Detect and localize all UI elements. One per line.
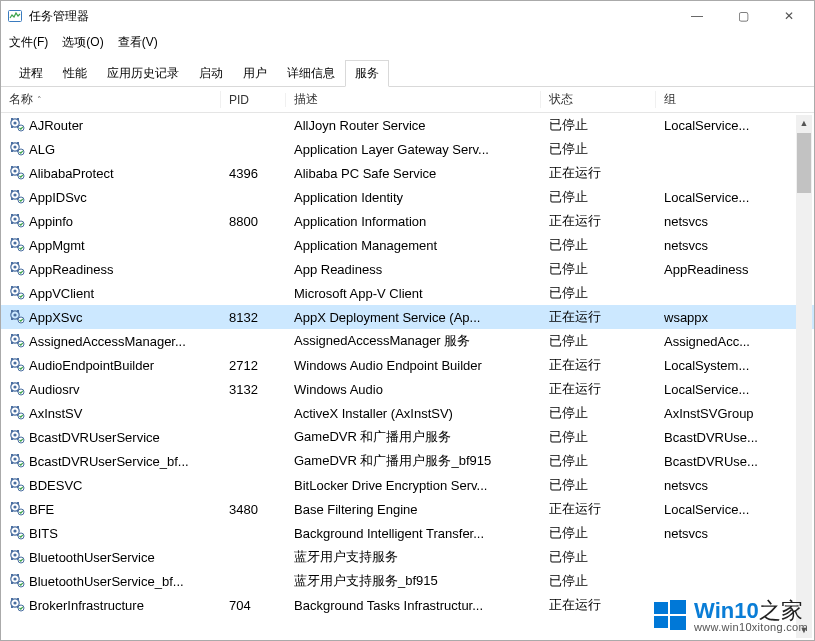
cell-status: 已停止 [541, 476, 656, 494]
service-name: AudioEndpointBuilder [29, 358, 154, 373]
table-row[interactable]: AJRouterAllJoyn Router Service已停止LocalSe… [1, 113, 814, 137]
service-name: AxInstSV [29, 406, 82, 421]
cell-name: BcastDVRUserService [1, 428, 221, 447]
table-row[interactable]: BFE3480Base Filtering Engine正在运行LocalSer… [1, 497, 814, 521]
svg-point-9 [13, 145, 16, 148]
service-icon [9, 164, 25, 183]
minimize-button[interactable]: — [674, 1, 720, 31]
table-row[interactable]: Appinfo8800Application Information正在运行ne… [1, 209, 814, 233]
column-header-group[interactable]: 组 [656, 91, 786, 108]
table-row[interactable]: BrokerInfrastructure704Background Tasks … [1, 593, 814, 617]
svg-rect-145 [11, 606, 13, 608]
table-row[interactable]: AppMgmtApplication Management已停止netsvcs [1, 233, 814, 257]
tab-6[interactable]: 服务 [345, 60, 389, 87]
table-row[interactable]: BcastDVRUserService_bf...GameDVR 和广播用户服务… [1, 449, 814, 473]
svg-rect-143 [11, 598, 13, 600]
svg-point-58 [13, 313, 16, 316]
column-header-description[interactable]: 描述 [286, 91, 541, 108]
svg-rect-137 [17, 574, 19, 576]
table-row[interactable]: BITSBackground Intelligent Transfer...已停… [1, 521, 814, 545]
cell-description: Application Identity [286, 190, 541, 205]
table-row[interactable]: ALGApplication Layer Gateway Serv...已停止 [1, 137, 814, 161]
cell-name: AudioEndpointBuilder [1, 356, 221, 375]
table-row[interactable]: AppXSvc8132AppX Deployment Service (Ap..… [1, 305, 814, 329]
table-row[interactable]: AppIDSvcApplication Identity已停止LocalServ… [1, 185, 814, 209]
menu-view[interactable]: 查看(V) [118, 34, 158, 51]
svg-rect-108 [11, 478, 13, 480]
cell-name: BluetoothUserService [1, 548, 221, 567]
menu-options[interactable]: 选项(O) [62, 34, 103, 51]
column-header-name[interactable]: 名称 ˄ [1, 91, 221, 108]
vertical-scrollbar[interactable]: ▲ ▼ [796, 115, 812, 638]
column-header-status[interactable]: 状态 [541, 91, 656, 108]
table-row[interactable]: AssignedAccessManager...AssignedAccessMa… [1, 329, 814, 353]
svg-point-49 [18, 269, 24, 275]
cell-group: BcastDVRUse... [656, 430, 786, 445]
svg-point-105 [18, 461, 24, 467]
svg-rect-102 [17, 454, 19, 456]
svg-rect-40 [11, 246, 13, 248]
cell-group: netsvcs [656, 214, 786, 229]
service-name: BcastDVRUserService [29, 430, 160, 445]
svg-rect-46 [17, 262, 19, 264]
svg-point-7 [18, 125, 24, 131]
menu-file[interactable]: 文件(F) [9, 34, 48, 51]
table-row[interactable]: AppReadinessApp Readiness已停止AppReadiness [1, 257, 814, 281]
tab-4[interactable]: 用户 [233, 60, 277, 87]
scroll-thumb[interactable] [797, 133, 811, 193]
table-row[interactable]: AppVClientMicrosoft App-V Client已停止 [1, 281, 814, 305]
svg-rect-54 [11, 294, 13, 296]
cell-description: 蓝牙用户支持服务_bf915 [286, 572, 541, 590]
svg-rect-131 [11, 558, 13, 560]
cell-description: Application Management [286, 238, 541, 253]
tab-1[interactable]: 性能 [53, 60, 97, 87]
table-row[interactable]: BluetoothUserService_bf...蓝牙用户支持服务_bf915… [1, 569, 814, 593]
cell-status: 已停止 [541, 548, 656, 566]
titlebar[interactable]: 任务管理器 — ▢ ✕ [1, 1, 814, 31]
table-row[interactable]: BluetoothUserService蓝牙用户支持服务已停止 [1, 545, 814, 569]
task-manager-icon [7, 8, 23, 24]
table-row[interactable]: AudioEndpointBuilder2712Windows Audio En… [1, 353, 814, 377]
table-row[interactable]: AlibabaProtect4396Alibaba PC Safe Servic… [1, 161, 814, 185]
table-row[interactable]: BcastDVRUserServiceGameDVR 和广播用户服务已停止Bca… [1, 425, 814, 449]
cell-name: AJRouter [1, 116, 221, 135]
table-row[interactable]: BDESVCBitLocker Drive Encryption Serv...… [1, 473, 814, 497]
cell-group: LocalService... [656, 190, 786, 205]
service-name: AlibabaProtect [29, 166, 114, 181]
cell-group: BcastDVRUse... [656, 454, 786, 469]
scroll-up-button[interactable]: ▲ [796, 115, 812, 131]
svg-rect-75 [11, 366, 13, 368]
tab-2[interactable]: 应用历史记录 [97, 60, 189, 87]
window-title: 任务管理器 [29, 8, 89, 25]
cell-status: 已停止 [541, 236, 656, 254]
maximize-button[interactable]: ▢ [720, 1, 766, 31]
svg-point-126 [18, 533, 24, 539]
cell-name: BcastDVRUserService_bf... [1, 452, 221, 471]
tab-3[interactable]: 启动 [189, 60, 233, 87]
cell-description: App Readiness [286, 262, 541, 277]
service-icon [9, 548, 25, 567]
cell-status: 正在运行 [541, 308, 656, 326]
menubar: 文件(F) 选项(O) 查看(V) [1, 31, 814, 53]
table-row[interactable]: AxInstSVActiveX Installer (AxInstSV)已停止A… [1, 401, 814, 425]
svg-rect-124 [11, 534, 13, 536]
cell-pid: 3132 [221, 382, 286, 397]
cell-group: AssignedAcc... [656, 334, 786, 349]
scroll-down-button[interactable]: ▼ [796, 622, 812, 638]
svg-rect-12 [11, 150, 13, 152]
cell-description: Windows Audio [286, 382, 541, 397]
svg-rect-53 [17, 286, 19, 288]
task-manager-window: 任务管理器 — ▢ ✕ 文件(F) 选项(O) 查看(V) 进程性能应用历史记录… [0, 0, 815, 641]
svg-point-28 [18, 197, 24, 203]
tab-5[interactable]: 详细信息 [277, 60, 345, 87]
table-body[interactable]: AJRouterAllJoyn Router Service已停止LocalSe… [1, 113, 814, 640]
close-button[interactable]: ✕ [766, 1, 812, 31]
service-icon [9, 332, 25, 351]
tab-0[interactable]: 进程 [9, 60, 53, 87]
svg-point-79 [13, 385, 16, 388]
cell-name: BITS [1, 524, 221, 543]
svg-point-121 [13, 529, 16, 532]
cell-group: LocalService... [656, 502, 786, 517]
column-header-pid[interactable]: PID [221, 93, 286, 107]
table-row[interactable]: Audiosrv3132Windows Audio正在运行LocalServic… [1, 377, 814, 401]
